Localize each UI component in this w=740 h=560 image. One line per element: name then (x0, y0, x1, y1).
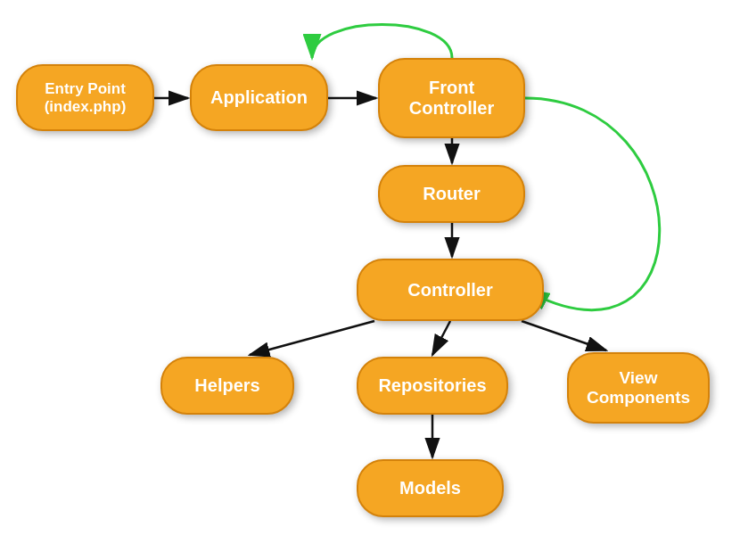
arrow-controller-to-repositories (432, 321, 450, 355)
diagram-container: Entry Point (index.php) Application Fron… (0, 0, 740, 560)
node-entry-point: Entry Point (index.php) (16, 64, 154, 131)
node-helpers: Helpers (160, 357, 294, 415)
node-front-controller: Front Controller (378, 58, 525, 138)
arrow-controller-to-helpers (250, 321, 374, 355)
arrow-controller-to-viewcomponents (522, 321, 606, 350)
node-models: Models (357, 459, 504, 517)
node-view-components: View Components (567, 352, 710, 424)
node-controller: Controller (357, 259, 544, 321)
node-router: Router (378, 165, 525, 223)
arrow-green-large-arc (525, 98, 660, 310)
node-repositories: Repositories (357, 357, 508, 415)
arrow-green-top-loop (312, 25, 452, 59)
node-application: Application (190, 64, 328, 131)
